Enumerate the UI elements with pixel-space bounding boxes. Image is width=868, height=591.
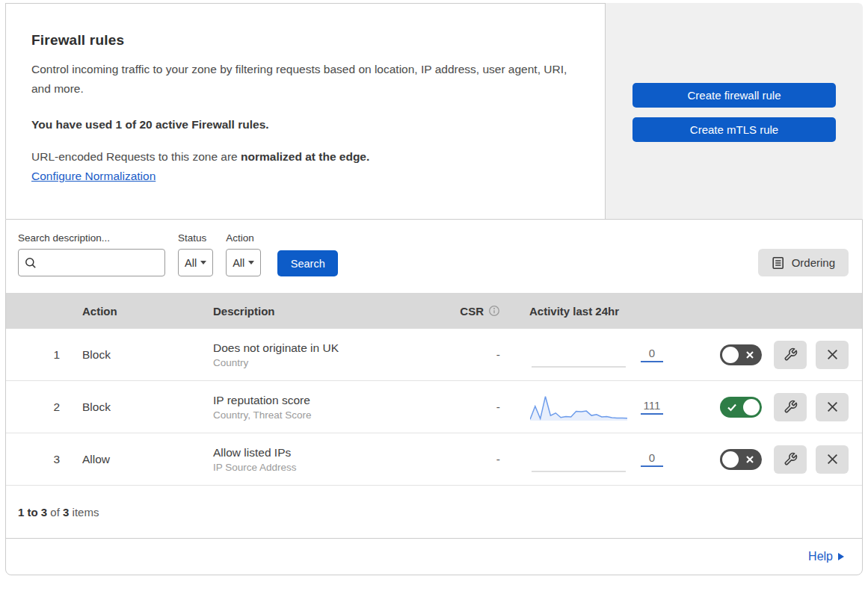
info-icon[interactable] [488, 305, 500, 317]
action-label: Action [226, 232, 261, 244]
activity-sparkline [530, 393, 627, 421]
wrench-icon [784, 400, 798, 414]
activity-sparkline [530, 341, 627, 369]
pagination-summary: 1 to 3 of 3 items [6, 486, 862, 539]
pagination-of: of [50, 506, 60, 519]
edit-rule-button[interactable] [774, 393, 807, 421]
normalization-bold: normalized at the edge. [241, 150, 369, 163]
chevron-down-icon [248, 261, 254, 264]
activity-sparkline [530, 445, 627, 474]
rule-priority: 3 [6, 453, 82, 466]
search-input[interactable] [41, 257, 158, 269]
help-link-label: Help [808, 550, 833, 563]
check-icon [727, 402, 737, 412]
header-card: Firewall rules Control incoming traffic … [5, 3, 606, 219]
action-dropdown-value: All [233, 257, 244, 269]
usage-summary: You have used 1 of 20 active Firewall ru… [31, 118, 579, 131]
wrench-icon [784, 452, 798, 466]
search-icon [25, 257, 37, 269]
rule-fields: IP Source Address [213, 462, 437, 473]
status-dropdown-value: All [185, 257, 197, 269]
activity-count-link[interactable]: 0 [641, 347, 663, 362]
pagination-total: 3 [63, 506, 69, 519]
table-row: 3 Allow Allow listed IPs IP Source Addre… [6, 433, 862, 486]
rule-fields: Country, Threat Score [213, 409, 437, 421]
toggle-knob [722, 451, 739, 468]
rule-csr-value: - [437, 400, 503, 414]
list-document-icon [772, 256, 785, 270]
rules-table-body: 1 Block Does not originate in UK Country… [6, 329, 862, 486]
delete-rule-button[interactable] [816, 445, 849, 474]
chevron-down-icon [200, 261, 206, 264]
close-icon [826, 400, 839, 413]
description-column-header: Description [213, 305, 437, 318]
action-dropdown[interactable]: All [226, 249, 261, 276]
rule-description: Does not originate in UK [213, 341, 437, 355]
toggle-knob [722, 347, 739, 363]
normalization-note: URL-encoded Requests to this zone are no… [31, 150, 579, 164]
rule-description: IP reputation score [213, 394, 437, 407]
csr-column-header: CSR [460, 305, 484, 318]
normalization-prefix: URL-encoded Requests to this zone are [31, 150, 241, 163]
page-title: Firewall rules [31, 32, 579, 49]
rule-csr-value: - [437, 348, 503, 362]
activity-count-link[interactable]: 111 [641, 399, 663, 415]
search-button[interactable]: Search [277, 250, 338, 276]
search-label: Search description... [18, 232, 165, 244]
create-mtls-rule-button[interactable]: Create mTLS rule [632, 117, 836, 142]
help-link[interactable]: Help [808, 550, 844, 563]
header-section: Firewall rules Control incoming traffic … [5, 3, 863, 219]
pagination-items: items [73, 506, 99, 519]
table-row: 2 Block IP reputation score Country, Thr… [6, 381, 862, 433]
arrow-right-icon [838, 553, 844, 560]
close-icon [826, 348, 839, 361]
status-dropdown[interactable]: All [178, 249, 213, 276]
configure-normalization-link[interactable]: Configure Normalization [31, 170, 156, 183]
help-row: Help [6, 539, 862, 575]
table-row: 1 Block Does not originate in UK Country… [6, 329, 862, 381]
wrench-icon [784, 347, 798, 362]
table-header-row: Action Description CSR Activity last 24h… [6, 293, 862, 329]
firewall-rules-page: Firewall rules Control incoming traffic … [5, 3, 863, 575]
ordering-button[interactable]: Ordering [758, 249, 849, 276]
delete-rule-button[interactable] [816, 341, 849, 369]
search-input-wrapper[interactable] [18, 249, 165, 276]
cta-panel: Create firewall rule Create mTLS rule [606, 3, 863, 219]
page-description: Control incoming traffic to your zone by… [31, 60, 579, 99]
toggle-knob [743, 399, 760, 415]
activity-column-header: Activity last 24hr [503, 305, 690, 318]
status-label: Status [178, 232, 213, 244]
rule-enabled-toggle[interactable] [720, 449, 762, 470]
close-icon [826, 453, 839, 465]
rule-action-value: Block [82, 348, 213, 362]
rule-priority: 1 [6, 348, 82, 362]
rule-priority: 2 [6, 400, 82, 414]
action-column-header: Action [82, 305, 213, 318]
ordering-button-label: Ordering [792, 256, 835, 269]
edit-rule-button[interactable] [774, 445, 807, 474]
rule-enabled-toggle[interactable] [720, 397, 762, 418]
activity-count-link[interactable]: 0 [641, 451, 663, 467]
filter-bar: Search description... Status All Action … [6, 220, 862, 293]
rule-description: Allow listed IPs [213, 446, 437, 460]
rule-action-value: Block [82, 400, 213, 414]
delete-rule-button[interactable] [816, 393, 849, 421]
rules-list-section: Search description... Status All Action … [5, 219, 863, 575]
rule-action-value: Allow [82, 453, 213, 466]
rule-fields: Country [213, 357, 437, 368]
create-firewall-rule-button[interactable]: Create firewall rule [632, 83, 836, 108]
pagination-range: 1 to 3 [18, 506, 47, 519]
cross-icon [745, 454, 755, 465]
rule-enabled-toggle[interactable] [720, 344, 762, 365]
edit-rule-button[interactable] [774, 341, 807, 369]
rule-csr-value: - [437, 453, 503, 466]
cross-icon [745, 350, 755, 360]
